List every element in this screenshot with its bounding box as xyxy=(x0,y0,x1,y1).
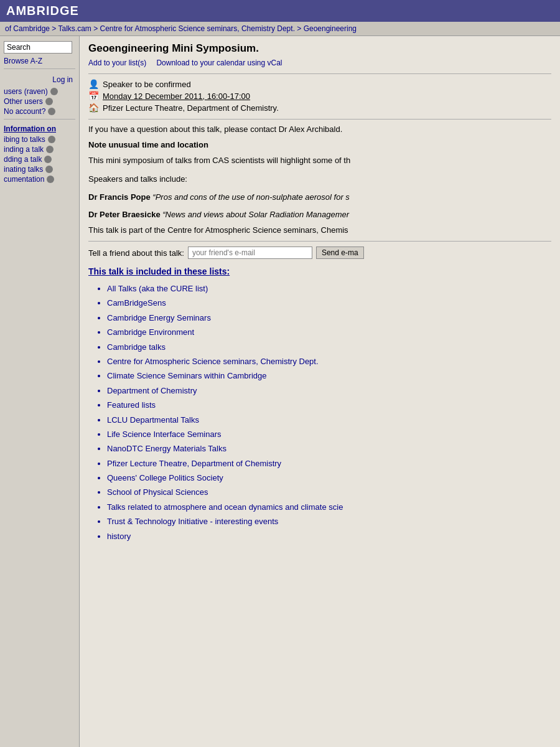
venue-row: 🏠 Pfizer Lecture Theatre, Department of … xyxy=(88,103,551,113)
bullet-icon-3 xyxy=(48,108,55,115)
sidebar-users-raven-label: users (raven) xyxy=(4,87,48,96)
list-item[interactable]: history xyxy=(107,529,551,543)
finding-label: inding a talk xyxy=(4,145,44,154)
date-row: 📅 Monday 12 December 2011, 16:00-17:00 xyxy=(88,91,551,101)
breadcrumb: of Cambridge > Talks.cam > Centre for At… xyxy=(0,22,560,36)
description-text: This mini symposium of talks from CAS sc… xyxy=(88,154,551,167)
venue-label: Pfizer Lecture Theatre, Department of Ch… xyxy=(103,103,279,113)
list-item[interactable]: Trust & Technology Initiative - interest… xyxy=(107,514,551,529)
bullet-icon xyxy=(50,88,58,95)
sidebar-no-account[interactable]: No account? xyxy=(0,106,79,116)
speaker1-quote: “Pros and cons of the use of non-sulphat… xyxy=(152,192,350,202)
list-item[interactable]: Queens' College Politics Society xyxy=(107,471,551,485)
bullet-icon-2 xyxy=(45,98,53,105)
page-title: Geoengineering Mini Symposium. xyxy=(88,42,551,55)
part-of-text: This talk is part of the Centre for Atmo… xyxy=(88,225,551,235)
browse-az-link[interactable]: Browse A-Z xyxy=(0,56,79,66)
login-link[interactable]: Log in xyxy=(0,72,79,87)
sidebar-adding[interactable]: dding a talk xyxy=(0,154,79,164)
list-item[interactable]: Talks related to atmosphere and ocean dy… xyxy=(107,500,551,514)
site-header: AMBRIDGE xyxy=(0,0,560,22)
separator-2 xyxy=(88,119,551,120)
sidebar-documentation[interactable]: cumentation xyxy=(0,174,79,184)
bullet-icon-5 xyxy=(46,146,54,153)
bullet-icon-8 xyxy=(47,176,54,183)
list-item[interactable]: School of Physical Sciences xyxy=(107,485,551,499)
subscribing-label: ibing to talks xyxy=(4,135,45,144)
search-input[interactable] xyxy=(4,41,72,54)
main-content: Geoengineering Mini Symposium. Add to yo… xyxy=(80,36,560,747)
list-item[interactable]: Climate Science Seminars within Cambridg… xyxy=(107,369,551,383)
documentation-label: cumentation xyxy=(4,175,44,184)
list-item[interactable]: Featured lists xyxy=(107,398,551,412)
sidebar-divider-2 xyxy=(4,119,75,120)
person-icon: 👤 xyxy=(88,79,99,89)
calendar-icon: 📅 xyxy=(88,91,99,101)
download-vcal-link[interactable]: Download to your calendar using vCal xyxy=(156,59,282,67)
list-item[interactable]: Centre for Atmospheric Science seminars,… xyxy=(107,354,551,369)
included-lists: All Talks (aka the CURE list)CamBridgeSe… xyxy=(88,281,551,543)
bullet-icon-4 xyxy=(48,136,55,143)
speaker2-name: Dr Peter Braesicke xyxy=(88,210,161,219)
sidebar-divider-1 xyxy=(4,68,75,69)
sidebar: Browse A-Z Log in users (raven) Other us… xyxy=(0,36,80,747)
header-title: AMBRIDGE xyxy=(6,4,79,17)
adding-label: dding a talk xyxy=(4,155,42,164)
speaker1-name: Dr Francis Pope xyxy=(88,192,151,202)
add-to-list-link[interactable]: Add to your list(s) xyxy=(88,59,146,67)
venue-icon: 🏠 xyxy=(88,103,99,113)
separator-1 xyxy=(88,73,551,74)
speaker2-line: Dr Peter Braesicke “News and views about… xyxy=(88,209,551,221)
contact-text: If you have a question about this talk, … xyxy=(88,125,551,134)
lists-header: This talk is included in these lists: xyxy=(88,266,551,276)
nominating-label: inating talks xyxy=(4,165,43,174)
note-label: Note unusual time and location xyxy=(88,140,551,149)
list-item[interactable]: Pfizer Lecture Theatre, Department of Ch… xyxy=(107,456,551,471)
sidebar-other-users-label: Other users xyxy=(4,97,43,106)
send-email-button[interactable]: Send e-ma xyxy=(316,247,364,259)
sidebar-users-raven[interactable]: users (raven) xyxy=(0,87,79,96)
list-item[interactable]: NanoDTC Energy Materials Talks xyxy=(107,441,551,456)
list-item[interactable]: CamBridgeSens xyxy=(107,296,551,310)
speaker2-quote: “News and views about Solar Radiation Ma… xyxy=(162,210,349,219)
friend-email-input[interactable] xyxy=(188,247,312,259)
sidebar-nominating[interactable]: inating talks xyxy=(0,164,79,174)
sidebar-no-account-label: No account? xyxy=(4,107,45,116)
list-item[interactable]: Cambridge Energy Seminars xyxy=(107,311,551,325)
speaker1-line: Dr Francis Pope “Pros and cons of the us… xyxy=(88,191,551,204)
speaker-label: Speaker to be confirmed xyxy=(103,80,191,89)
info-header: Information on xyxy=(0,122,79,134)
list-item[interactable]: Department of Chemistry xyxy=(107,383,551,398)
bullet-icon-7 xyxy=(45,166,53,173)
list-item[interactable]: Cambridge talks xyxy=(107,340,551,354)
list-item[interactable]: LCLU Departmental Talks xyxy=(107,413,551,427)
tell-friend-label: Tell a friend about this talk: xyxy=(88,248,184,258)
date-label: Monday 12 December 2011, 16:00-17:00 xyxy=(103,92,250,101)
sidebar-subscribing[interactable]: ibing to talks xyxy=(0,134,79,144)
speaker-row: 👤 Speaker to be confirmed xyxy=(88,79,551,89)
bullet-icon-6 xyxy=(44,156,52,163)
list-item[interactable]: All Talks (aka the CURE list) xyxy=(107,281,551,296)
sidebar-finding[interactable]: inding a talk xyxy=(0,144,79,154)
speakers-intro: Speakers and talks include: xyxy=(88,173,551,186)
breadcrumb-text: of Cambridge > Talks.cam > Centre for At… xyxy=(5,24,357,33)
action-links: Add to your list(s) Download to your cal… xyxy=(88,59,551,67)
sidebar-other-users[interactable]: Other users xyxy=(0,96,79,106)
list-item[interactable]: Life Science Interface Seminars xyxy=(107,427,551,441)
meta-section: 👤 Speaker to be confirmed 📅 Monday 12 De… xyxy=(88,79,551,113)
tell-friend-row: Tell a friend about this talk: Send e-ma xyxy=(88,247,551,259)
list-item[interactable]: Cambridge Environment xyxy=(107,325,551,339)
separator-3 xyxy=(88,241,551,242)
